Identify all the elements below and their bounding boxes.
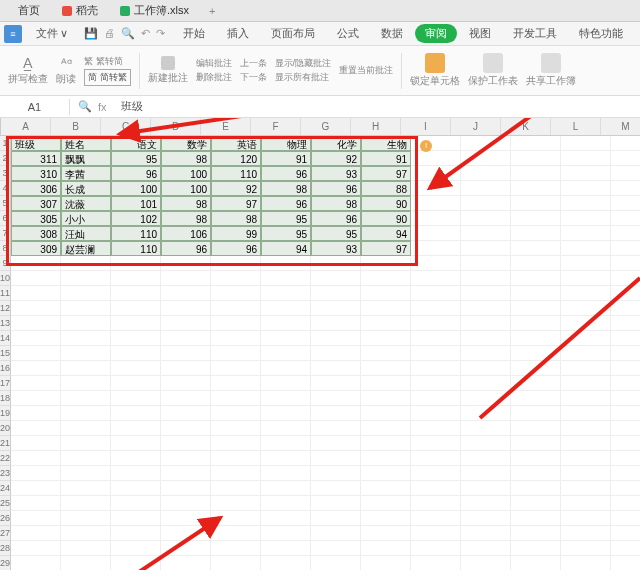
- cell[interactable]: [361, 541, 411, 556]
- menu-layout[interactable]: 页面布局: [261, 24, 325, 43]
- cell[interactable]: 96: [311, 211, 361, 226]
- qat-undo-icon[interactable]: ↶: [141, 27, 150, 40]
- cell[interactable]: [111, 271, 161, 286]
- cell[interactable]: [111, 376, 161, 391]
- ribbon-trad-to-simp[interactable]: 繁 繁转简: [84, 55, 131, 68]
- col-header-D[interactable]: D: [151, 118, 201, 135]
- cell[interactable]: [611, 181, 640, 196]
- cell[interactable]: 120: [211, 151, 261, 166]
- cell[interactable]: [211, 466, 261, 481]
- cell[interactable]: [461, 181, 511, 196]
- cell[interactable]: [11, 286, 61, 301]
- cell[interactable]: [11, 436, 61, 451]
- cell[interactable]: 沈薇: [61, 196, 111, 211]
- cell[interactable]: [611, 331, 640, 346]
- cell[interactable]: [61, 256, 111, 271]
- cell[interactable]: [61, 376, 111, 391]
- cell[interactable]: [61, 271, 111, 286]
- cells-grid[interactable]: 班级姓名语文数学英语物理化学生物311飘飘9598120919291310李茜9…: [11, 136, 640, 570]
- cell[interactable]: [311, 541, 361, 556]
- cell[interactable]: [111, 256, 161, 271]
- cell[interactable]: [511, 151, 561, 166]
- cell[interactable]: [511, 226, 561, 241]
- cell[interactable]: [511, 436, 561, 451]
- cell[interactable]: [461, 541, 511, 556]
- ribbon-new-comment[interactable]: 新建批注: [148, 56, 188, 85]
- cell[interactable]: [461, 376, 511, 391]
- cell[interactable]: [361, 256, 411, 271]
- cell[interactable]: 309: [11, 241, 61, 256]
- cell[interactable]: [411, 436, 461, 451]
- ribbon-simp-to-trad[interactable]: 简 简转繁: [84, 69, 131, 86]
- cell[interactable]: [11, 556, 61, 570]
- cell[interactable]: 97: [211, 196, 261, 211]
- row-header[interactable]: 16: [0, 361, 11, 376]
- cell[interactable]: [11, 346, 61, 361]
- cell[interactable]: [361, 331, 411, 346]
- cell[interactable]: [11, 481, 61, 496]
- cell[interactable]: 赵芸澜: [61, 241, 111, 256]
- cell[interactable]: 95: [111, 151, 161, 166]
- cell[interactable]: [161, 361, 211, 376]
- cell[interactable]: [211, 316, 261, 331]
- cell[interactable]: [61, 556, 111, 570]
- cell[interactable]: [211, 406, 261, 421]
- cell[interactable]: [511, 526, 561, 541]
- cell[interactable]: [111, 346, 161, 361]
- cell[interactable]: [311, 466, 361, 481]
- warning-badge-icon[interactable]: !: [420, 140, 432, 152]
- cell[interactable]: [361, 511, 411, 526]
- cell[interactable]: [61, 466, 111, 481]
- cell[interactable]: [511, 421, 561, 436]
- cell[interactable]: [611, 166, 640, 181]
- row-header[interactable]: 7: [0, 226, 11, 241]
- cell[interactable]: [511, 136, 561, 151]
- menu-special[interactable]: 特色功能: [569, 24, 633, 43]
- cell[interactable]: 100: [161, 166, 211, 181]
- cell[interactable]: [361, 526, 411, 541]
- cell[interactable]: 96: [111, 166, 161, 181]
- cell[interactable]: 94: [361, 226, 411, 241]
- cell[interactable]: [111, 406, 161, 421]
- cell[interactable]: [561, 241, 611, 256]
- cell[interactable]: [361, 391, 411, 406]
- cell[interactable]: [461, 226, 511, 241]
- cell[interactable]: [311, 496, 361, 511]
- cell[interactable]: [261, 346, 311, 361]
- cell[interactable]: [11, 271, 61, 286]
- cell[interactable]: 102: [111, 211, 161, 226]
- cell[interactable]: 95: [261, 211, 311, 226]
- col-header-G[interactable]: G: [301, 118, 351, 135]
- cell[interactable]: [11, 421, 61, 436]
- cell[interactable]: [411, 301, 461, 316]
- row-header[interactable]: 23: [0, 466, 11, 481]
- cell[interactable]: [411, 256, 461, 271]
- cell[interactable]: [461, 406, 511, 421]
- menu-data[interactable]: 数据: [371, 24, 413, 43]
- menu-dev[interactable]: 开发工具: [503, 24, 567, 43]
- tab-add-button[interactable]: +: [201, 3, 223, 19]
- cell[interactable]: [561, 256, 611, 271]
- name-box[interactable]: A1: [0, 99, 70, 115]
- row-header[interactable]: 2: [0, 151, 11, 166]
- row-header[interactable]: 12: [0, 301, 11, 316]
- cell[interactable]: [511, 331, 561, 346]
- cell[interactable]: [611, 421, 640, 436]
- cell[interactable]: 106: [161, 226, 211, 241]
- row-header[interactable]: 24: [0, 481, 11, 496]
- cell[interactable]: [611, 271, 640, 286]
- cell[interactable]: [511, 541, 561, 556]
- cell[interactable]: [461, 316, 511, 331]
- col-header-H[interactable]: H: [351, 118, 401, 135]
- cell[interactable]: [211, 496, 261, 511]
- row-header[interactable]: 17: [0, 376, 11, 391]
- cell[interactable]: 93: [311, 166, 361, 181]
- cell[interactable]: [611, 481, 640, 496]
- cell[interactable]: [561, 211, 611, 226]
- cell[interactable]: [511, 376, 561, 391]
- cell[interactable]: [461, 256, 511, 271]
- cell[interactable]: 110: [111, 241, 161, 256]
- cell[interactable]: 101: [111, 196, 161, 211]
- cell[interactable]: [111, 331, 161, 346]
- cell[interactable]: [561, 466, 611, 481]
